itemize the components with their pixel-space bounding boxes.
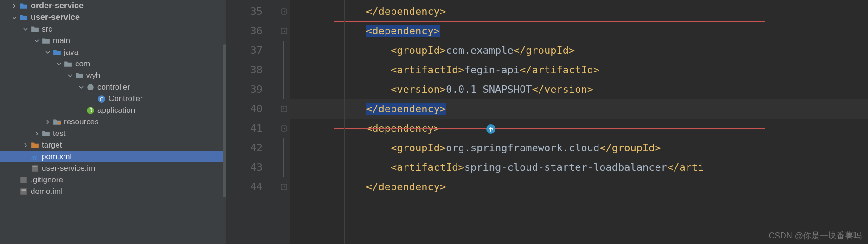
code-line[interactable]: </dependency> — [290, 2, 868, 21]
class-icon: C — [97, 95, 106, 103]
tree-item-label: main — [53, 36, 70, 45]
folder-grey-icon — [75, 71, 84, 80]
indent-guide — [582, 0, 582, 244]
tree-item-user-service-iml[interactable]: user-service.iml — [0, 162, 226, 174]
expand-arrow-icon[interactable] — [11, 3, 18, 9]
tree-item-main[interactable]: main — [0, 35, 226, 46]
git-icon — [19, 176, 28, 184]
tree-item-java[interactable]: java — [0, 46, 226, 58]
expand-arrow-icon[interactable] — [33, 130, 40, 137]
fold-toggle-icon[interactable] — [277, 2, 290, 21]
code-line[interactable]: <artifactId>spring-cloud-starter-loadbal… — [290, 158, 868, 177]
folder-blue-icon — [19, 2, 28, 10]
fold-toggle-icon[interactable] — [277, 177, 290, 197]
vcs-commit-icon[interactable] — [485, 123, 496, 137]
tree-item-test[interactable]: test — [0, 128, 226, 139]
fold-guide — [277, 138, 290, 158]
svg-rect-11 — [281, 9, 287, 14]
tree-item-user-service[interactable]: user-service — [0, 12, 226, 23]
code-line[interactable]: </dependency> — [290, 99, 868, 119]
svg-rect-12 — [281, 28, 287, 34]
folder-blue-icon — [19, 13, 28, 22]
code-view[interactable]: </dependency> <dependency> <groupId>com.… — [290, 0, 868, 244]
expand-arrow-icon[interactable] — [56, 61, 62, 67]
tree-item-wyh[interactable]: wyh — [0, 70, 226, 81]
svg-rect-9 — [20, 188, 27, 195]
folder-grey-icon — [42, 37, 50, 45]
line-number: 42 — [251, 138, 263, 158]
tree-scrollbar[interactable] — [223, 44, 226, 197]
indent-guide — [344, 0, 345, 244]
tree-item-application[interactable]: application — [0, 104, 226, 116]
fold-guide — [277, 60, 290, 80]
tree-item-label: pom.xml — [42, 152, 71, 161]
tree-item-label: user-service.iml — [42, 164, 97, 173]
line-number: 38 — [251, 60, 263, 80]
svg-rect-4 — [58, 122, 61, 124]
code-editor[interactable]: 35363738394041424344 </dependency> <depe… — [226, 0, 868, 244]
tree-item-target[interactable]: target — [0, 139, 226, 151]
spring-icon — [86, 106, 95, 115]
svg-rect-6 — [32, 165, 38, 172]
tree-item-order-service[interactable]: order-service — [0, 0, 226, 12]
fold-toggle-icon[interactable] — [277, 119, 290, 138]
svg-rect-7 — [33, 166, 37, 167]
tree-item-pom-xml[interactable]: mpom.xml — [0, 151, 226, 162]
tree-item-controller[interactable]: controller — [0, 81, 226, 93]
tree-item-label: com — [75, 59, 90, 69]
tree-item-label: resources — [64, 117, 99, 127]
expand-arrow-icon[interactable] — [78, 84, 84, 90]
expand-arrow-icon[interactable] — [45, 49, 51, 56]
tree-item-controller[interactable]: CController — [0, 93, 226, 104]
svg-rect-13 — [281, 106, 287, 112]
expand-arrow-icon[interactable] — [33, 38, 40, 44]
folder-grey-icon — [42, 129, 50, 138]
code-line[interactable]: <groupId>com.example</groupId> — [290, 41, 868, 60]
tree-item-label: target — [42, 141, 62, 150]
tree-item-label: demo.iml — [31, 187, 63, 196]
line-number: 43 — [251, 158, 263, 177]
folder-res-icon — [53, 118, 61, 126]
maven-icon: m — [31, 153, 39, 161]
code-line[interactable]: <artifactId>fegin-api</artifactId> — [290, 60, 868, 80]
svg-rect-14 — [281, 126, 287, 131]
tree-item-demo-iml[interactable]: demo.iml — [0, 186, 226, 197]
svg-rect-10 — [22, 189, 26, 190]
folder-orange-icon — [31, 141, 39, 149]
tree-item-resources[interactable]: resources — [0, 116, 226, 128]
code-line[interactable]: <dependency> — [290, 119, 868, 138]
fold-guide — [277, 41, 290, 60]
tree-item-label: wyh — [86, 71, 100, 80]
svg-rect-8 — [20, 177, 27, 183]
fold-toggle-icon[interactable] — [277, 21, 290, 41]
tree-item-label: controller — [97, 83, 130, 92]
code-line[interactable]: <groupId>org.springframework.cloud</grou… — [290, 138, 868, 158]
code-line[interactable]: </dependency> — [290, 177, 868, 197]
code-line[interactable]: <version>0.0.1-SNAPSHOT</version> — [290, 80, 868, 99]
folder-grey-icon — [31, 25, 39, 33]
line-number: 37 — [251, 41, 263, 60]
line-number: 39 — [251, 80, 263, 99]
tree-item-label: order-service — [31, 1, 84, 11]
expand-arrow-icon[interactable] — [22, 142, 29, 148]
tree-item-src[interactable]: src — [0, 23, 226, 35]
iml-icon — [19, 187, 28, 196]
code-line[interactable]: <dependency> — [290, 21, 868, 41]
expand-arrow-icon[interactable] — [22, 26, 29, 32]
fold-column[interactable] — [277, 0, 290, 244]
project-tree: order-serviceuser-servicesrcmainjavacomw… — [0, 0, 226, 244]
expand-arrow-icon[interactable] — [45, 119, 51, 125]
fold-toggle-icon[interactable] — [277, 99, 290, 119]
expand-arrow-icon[interactable] — [67, 72, 73, 79]
package-icon — [86, 83, 95, 91]
fold-guide — [277, 80, 290, 99]
svg-rect-15 — [281, 184, 287, 190]
tree-item--gitignore[interactable]: .gitignore — [0, 174, 226, 186]
tree-item-label: application — [97, 106, 135, 115]
line-number: 36 — [251, 21, 263, 41]
tree-item-com[interactable]: com — [0, 58, 226, 70]
svg-text:C: C — [100, 96, 103, 102]
line-gutter: 35363738394041424344 — [226, 0, 277, 244]
folder-grey-icon — [64, 60, 72, 68]
expand-arrow-icon[interactable] — [11, 14, 18, 21]
